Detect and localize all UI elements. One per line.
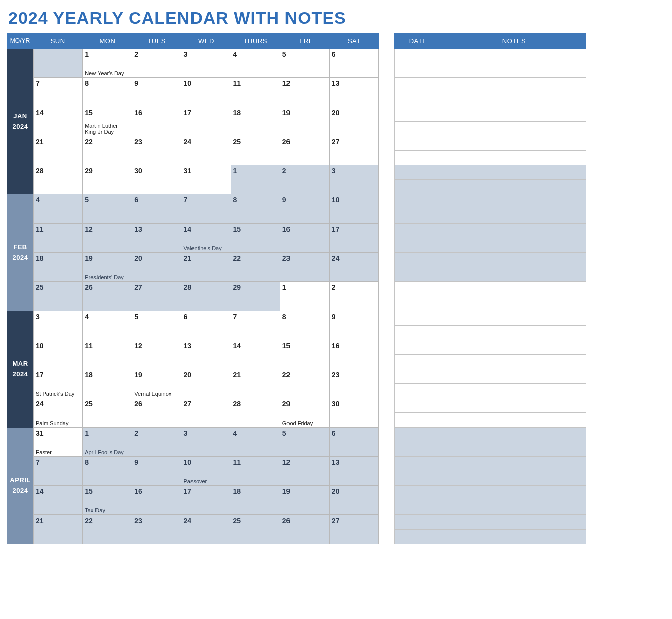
day-cell[interactable]: 21 bbox=[33, 515, 83, 544]
notes-date-cell[interactable] bbox=[394, 136, 442, 151]
day-cell[interactable]: 13 bbox=[132, 224, 181, 253]
notes-row[interactable] bbox=[394, 180, 586, 194]
day-cell[interactable]: 17 bbox=[181, 107, 231, 136]
day-cell[interactable]: 16 bbox=[132, 107, 181, 136]
notes-text-cell[interactable] bbox=[442, 340, 586, 355]
notes-date-cell[interactable] bbox=[394, 413, 442, 428]
notes-date-cell[interactable] bbox=[394, 515, 442, 530]
day-cell[interactable]: 5 bbox=[132, 311, 181, 340]
notes-row[interactable] bbox=[394, 253, 586, 267]
day-cell[interactable]: 23 bbox=[280, 253, 330, 282]
day-cell[interactable]: 4 bbox=[33, 194, 83, 224]
day-cell[interactable]: 1New Year's Day bbox=[83, 49, 132, 78]
day-cell[interactable]: 22 bbox=[231, 253, 280, 282]
day-cell[interactable]: 15 bbox=[280, 340, 330, 369]
day-cell[interactable]: 9 bbox=[132, 457, 181, 486]
notes-row[interactable] bbox=[394, 296, 586, 311]
notes-text-cell[interactable] bbox=[442, 471, 586, 486]
notes-text-cell[interactable] bbox=[442, 165, 586, 180]
day-cell[interactable]: 4 bbox=[231, 428, 280, 457]
notes-text-cell[interactable] bbox=[442, 180, 586, 194]
notes-date-cell[interactable] bbox=[394, 355, 442, 369]
notes-text-cell[interactable] bbox=[442, 442, 586, 457]
day-cell[interactable]: 25 bbox=[33, 282, 83, 311]
day-cell[interactable]: 20 bbox=[330, 486, 379, 515]
day-cell[interactable]: 17 bbox=[330, 224, 379, 253]
day-cell[interactable]: 8 bbox=[83, 78, 132, 107]
notes-text-cell[interactable] bbox=[442, 63, 586, 78]
day-cell[interactable]: 13 bbox=[181, 340, 231, 369]
notes-row[interactable] bbox=[394, 267, 586, 282]
day-cell[interactable]: 12 bbox=[280, 457, 330, 486]
day-cell[interactable]: 31 bbox=[181, 165, 231, 194]
day-cell[interactable]: 22 bbox=[280, 369, 330, 398]
notes-row[interactable] bbox=[394, 107, 586, 122]
notes-row[interactable] bbox=[394, 530, 586, 544]
notes-row[interactable] bbox=[394, 194, 586, 209]
day-cell[interactable]: 27 bbox=[330, 515, 379, 544]
day-cell[interactable]: 27 bbox=[181, 398, 231, 428]
notes-text-cell[interactable] bbox=[442, 413, 586, 428]
notes-date-cell[interactable] bbox=[394, 238, 442, 253]
notes-date-cell[interactable] bbox=[394, 107, 442, 122]
day-cell[interactable]: 16 bbox=[280, 224, 330, 253]
day-cell[interactable]: 22 bbox=[83, 515, 132, 544]
notes-text-cell[interactable] bbox=[442, 92, 586, 107]
notes-text-cell[interactable] bbox=[442, 311, 586, 326]
day-cell[interactable]: 19 bbox=[280, 107, 330, 136]
day-cell[interactable]: 28 bbox=[231, 398, 280, 428]
day-cell[interactable]: 23 bbox=[330, 369, 379, 398]
day-cell[interactable]: 24 bbox=[181, 515, 231, 544]
day-cell[interactable]: 16 bbox=[330, 340, 379, 369]
notes-date-cell[interactable] bbox=[394, 384, 442, 398]
notes-text-cell[interactable] bbox=[442, 296, 586, 311]
notes-text-cell[interactable] bbox=[442, 267, 586, 282]
day-cell[interactable]: 30 bbox=[330, 398, 379, 428]
notes-row[interactable] bbox=[394, 369, 586, 384]
notes-row[interactable] bbox=[394, 457, 586, 471]
day-cell[interactable]: 12 bbox=[132, 340, 181, 369]
day-cell[interactable]: 15 bbox=[231, 224, 280, 253]
day-cell[interactable]: 31Easter bbox=[33, 428, 83, 457]
day-cell[interactable]: 28 bbox=[33, 165, 83, 194]
day-cell[interactable]: 18 bbox=[33, 253, 83, 282]
day-cell[interactable]: 26 bbox=[280, 136, 330, 165]
day-cell[interactable]: 8 bbox=[280, 311, 330, 340]
day-cell[interactable]: 7 bbox=[231, 311, 280, 340]
notes-date-cell[interactable] bbox=[394, 340, 442, 355]
day-cell[interactable]: 7 bbox=[33, 78, 83, 107]
day-cell[interactable]: 5 bbox=[280, 428, 330, 457]
notes-date-cell[interactable] bbox=[394, 442, 442, 457]
notes-row[interactable] bbox=[394, 384, 586, 398]
day-cell[interactable]: 25 bbox=[231, 136, 280, 165]
notes-date-cell[interactable] bbox=[394, 180, 442, 194]
notes-row[interactable] bbox=[394, 442, 586, 457]
notes-text-cell[interactable] bbox=[442, 355, 586, 369]
day-cell[interactable]: 21 bbox=[231, 369, 280, 398]
notes-text-cell[interactable] bbox=[442, 107, 586, 122]
day-cell[interactable]: 14Valentine's Day bbox=[181, 224, 231, 253]
day-cell[interactable]: 3 bbox=[33, 311, 83, 340]
notes-row[interactable] bbox=[394, 500, 586, 515]
day-cell[interactable]: 14 bbox=[33, 486, 83, 515]
day-cell[interactable]: 11 bbox=[231, 78, 280, 107]
day-cell[interactable]: 3 bbox=[330, 165, 379, 194]
notes-row[interactable] bbox=[394, 78, 586, 92]
notes-date-cell[interactable] bbox=[394, 151, 442, 165]
day-cell[interactable]: 6 bbox=[132, 194, 181, 224]
notes-date-cell[interactable] bbox=[394, 253, 442, 267]
notes-text-cell[interactable] bbox=[442, 457, 586, 471]
notes-row[interactable] bbox=[394, 136, 586, 151]
notes-text-cell[interactable] bbox=[442, 398, 586, 413]
day-cell[interactable]: 8 bbox=[83, 457, 132, 486]
notes-row[interactable] bbox=[394, 471, 586, 486]
notes-date-cell[interactable] bbox=[394, 296, 442, 311]
day-cell[interactable]: 11 bbox=[231, 457, 280, 486]
day-cell[interactable]: 22 bbox=[83, 136, 132, 165]
notes-text-cell[interactable] bbox=[442, 369, 586, 384]
day-cell[interactable]: 29Good Friday bbox=[280, 398, 330, 428]
notes-date-cell[interactable] bbox=[394, 122, 442, 136]
notes-row[interactable] bbox=[394, 224, 586, 238]
day-cell[interactable]: 9 bbox=[280, 194, 330, 224]
notes-date-cell[interactable] bbox=[394, 326, 442, 340]
